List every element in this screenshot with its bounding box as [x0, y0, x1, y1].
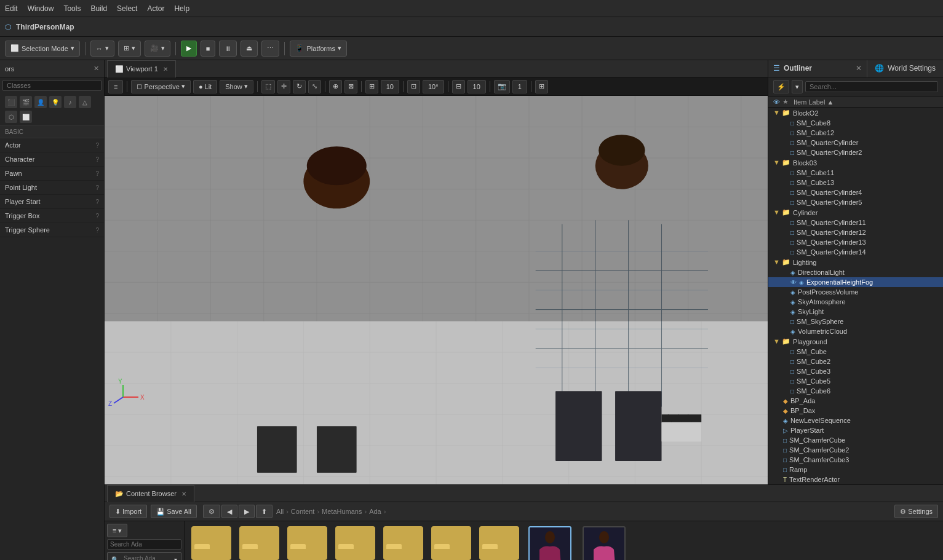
item-smqcyl13[interactable]: □SM_QuarterCylinder13	[768, 237, 943, 247]
transform-btn[interactable]: ↔ ▾	[90, 41, 114, 57]
item-skylight[interactable]: ◈SkyLight	[768, 307, 943, 317]
item-smqcyl2[interactable]: □SM_QuarterCylinder2	[768, 148, 943, 157]
item-smcube3[interactable]: □SM_Cube3	[768, 366, 943, 376]
actor-item-triggerbox[interactable]: Trigger Box ?	[0, 209, 104, 223]
item-directionallight[interactable]: ◈DirectionalLight	[768, 267, 943, 277]
filter-btn[interactable]: ⚡	[773, 80, 789, 93]
item-smskysphere[interactable]: □SM_SkySphere	[768, 317, 943, 326]
grid-size-btn[interactable]: 10	[381, 80, 399, 93]
item-smcube11[interactable]: □SM_Cube11	[768, 168, 943, 178]
camera-class-icon[interactable]: 🎬	[20, 96, 32, 108]
item-smchamfercube2[interactable]: □SM_ChamferCube2	[768, 445, 943, 455]
bc-all[interactable]: All	[276, 508, 284, 515]
item-bpdax[interactable]: ◆BP_Dax	[768, 406, 943, 416]
maximize-btn[interactable]: ⊞	[535, 80, 548, 93]
char-asset-bpada2[interactable]: ⚙ BP_Ada	[579, 526, 629, 560]
platforms-btn[interactable]: 📱 Platforms ▾	[290, 41, 346, 57]
item-smqcyl4[interactable]: □SM_QuarterCylinder4	[768, 187, 943, 197]
bc-ada[interactable]: Ada	[369, 508, 381, 515]
menu-build[interactable]: Build	[90, 4, 107, 13]
folder-asset-previews[interactable]: Previews	[477, 526, 520, 560]
snap-btn[interactable]: ⊞ ▾	[118, 41, 141, 57]
import-btn[interactable]: ⬇ Import	[109, 505, 147, 518]
close-left-panel[interactable]: ✕	[94, 65, 99, 73]
rot-snap-btn[interactable]: ⊡	[407, 80, 420, 93]
item-volumetriccloud[interactable]: ◈VolumetricCloud	[768, 326, 943, 336]
rotate-tool-btn[interactable]: ↻	[293, 80, 306, 93]
sort-btn[interactable]: ▾	[792, 80, 803, 93]
item-smcube[interactable]: □SM_Cube	[768, 347, 943, 357]
eject-btn[interactable]: ⏏	[241, 41, 258, 57]
item-bpada[interactable]: ◆BP_Ada	[768, 396, 943, 406]
geometry-class-icon[interactable]: ⬡	[5, 111, 17, 123]
world-settings-header[interactable]: 🌐 World Settings	[867, 60, 943, 77]
item-smcube8[interactable]: □SM_Cube8	[768, 118, 943, 128]
light-class-icon[interactable]: 💡	[49, 96, 62, 108]
item-smqcyl5[interactable]: □SM_QuarterCylinder5	[768, 197, 943, 207]
item-smcube2[interactable]: □SM_Cube2	[768, 357, 943, 366]
folder-playground[interactable]: ▼ 📁 Playground	[768, 336, 943, 347]
pawn-class-icon[interactable]: 👤	[34, 96, 47, 108]
outliner-search-input[interactable]	[805, 81, 938, 92]
up-btn[interactable]: ⬆	[256, 505, 273, 518]
play-btn[interactable]: ▶	[181, 41, 197, 57]
close-viewport-tab[interactable]: ✕	[163, 66, 168, 73]
menu-window[interactable]: Window	[28, 4, 54, 13]
folder-cylinder[interactable]: ▼ 📁 Cylinder	[768, 207, 943, 218]
content-browser-tab[interactable]: 📂 Content Browser ✕	[107, 485, 194, 502]
char-asset-bpada1[interactable]: + BP_Ada	[525, 526, 575, 560]
folder-asset-body[interactable]: Body	[189, 526, 233, 560]
classes-search[interactable]	[2, 80, 101, 91]
actor-item-character[interactable]: Character ?	[0, 152, 104, 167]
item-ramp[interactable]: □Ramp	[768, 465, 943, 475]
item-smcube5[interactable]: □SM_Cube5	[768, 376, 943, 386]
item-postprocess[interactable]: ◈PostProcessVolume	[768, 287, 943, 297]
actor-item-playerstart[interactable]: Player Start ?	[0, 195, 104, 209]
item-smcube6[interactable]: □SM_Cube6	[768, 386, 943, 396]
hamburger-menu-btn[interactable]: ≡	[108, 80, 123, 93]
item-smqcyl14[interactable]: □SM_QuarterCylinder14	[768, 247, 943, 257]
filter-sort-btn[interactable]: ≡ ▾	[107, 524, 127, 537]
menu-actor[interactable]: Actor	[147, 4, 164, 13]
actor-item-actor[interactable]: Actor ?	[0, 138, 104, 152]
item-textrenderactor[interactable]: TTextRenderActor	[768, 475, 943, 484]
visibility-icon-fog[interactable]: 👁	[790, 279, 797, 286]
folder-asset-pixelhair[interactable]: pixelhair	[429, 526, 472, 560]
camera-speed-btn[interactable]: 📷	[494, 80, 510, 93]
select-tool-btn[interactable]: ⬚	[261, 80, 275, 93]
save-all-btn[interactable]: 💾 Save All	[151, 505, 197, 518]
item-smchamfercube[interactable]: □SM_ChamferCube	[768, 435, 943, 445]
item-smcube12[interactable]: □SM_Cube12	[768, 128, 943, 138]
actor-item-pawn[interactable]: Pawn ?	[0, 167, 104, 181]
scale-snap-btn[interactable]: ⊟	[452, 80, 465, 93]
audio-class-icon[interactable]: ♪	[64, 96, 76, 108]
camera-num-btn[interactable]: 1	[512, 80, 527, 93]
viewport-canvas[interactable]: X Y Z	[105, 96, 768, 484]
filter-search-input[interactable]	[107, 539, 181, 550]
viewport-tab-1[interactable]: ⬜ Viewport 1 ✕	[107, 60, 176, 77]
item-skyatmosphere[interactable]: ◈SkyAtmosphere	[768, 297, 943, 307]
item-smqcyl11[interactable]: □SM_QuarterCylinder11	[768, 218, 943, 227]
stop-btn[interactable]: ■	[201, 41, 216, 57]
close-outliner[interactable]: ✕	[856, 64, 862, 73]
world-local-btn[interactable]: ⊕	[329, 80, 342, 93]
menu-select[interactable]: Select	[117, 4, 137, 13]
more-btn[interactable]: ⋯	[261, 41, 279, 57]
actor-item-pointlight[interactable]: Point Light ?	[0, 181, 104, 195]
scale-size-btn[interactable]: 10	[468, 80, 486, 93]
selection-mode-btn[interactable]: ⬜ Selection Mode ▾	[5, 41, 80, 57]
close-cb-tab[interactable]: ✕	[181, 491, 186, 497]
back-btn[interactable]: ◀	[221, 505, 237, 518]
menu-help[interactable]: Help	[174, 4, 189, 13]
item-newlevelseq[interactable]: ◈NewLevelSequence	[768, 416, 943, 425]
show-btn[interactable]: Show ▾	[220, 80, 253, 93]
mesh-class-icon[interactable]: △	[79, 96, 91, 108]
item-exponentialheightfog[interactable]: 👁 ◈ ExponentialHeightFog	[768, 277, 943, 287]
bc-content[interactable]: Content	[291, 508, 315, 515]
camera-btn[interactable]: 🎥 ▾	[145, 41, 170, 57]
folder-block03[interactable]: ▼ 📁 Block03	[768, 157, 943, 168]
folder-asset-materials[interactable]: Materials	[381, 526, 424, 560]
lit-btn[interactable]: ● Lit	[193, 80, 217, 93]
folder-asset-femalehair[interactable]: FemaleHair	[333, 526, 376, 560]
pause-btn[interactable]: ⏸	[219, 41, 237, 57]
